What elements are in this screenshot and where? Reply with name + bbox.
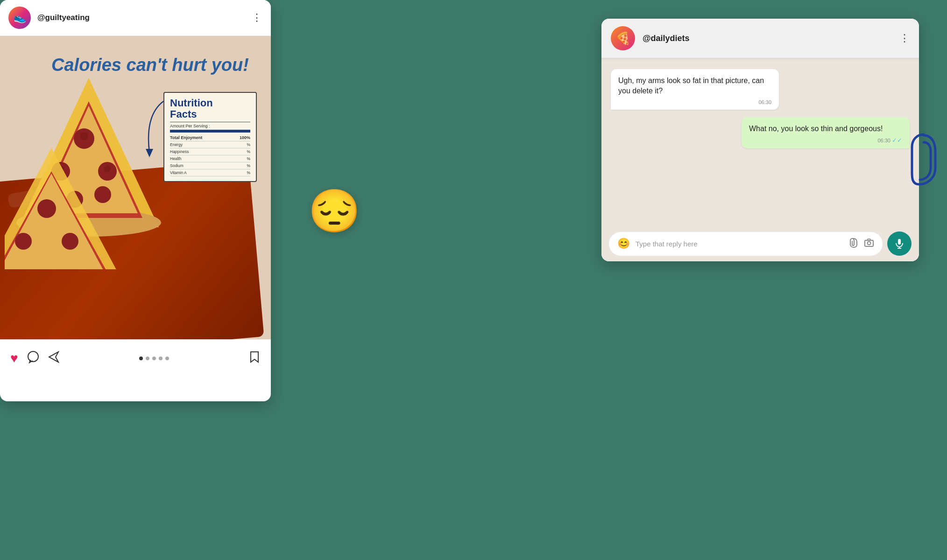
ig-dot-4 <box>159 357 163 360</box>
svg-marker-20 <box>146 149 153 157</box>
wa-input-area: 😊 Type that reply here <box>601 226 919 261</box>
paperclip-decoration <box>910 131 938 189</box>
sad-emoji-decoration: 😔 <box>308 187 360 236</box>
wa-attach-button[interactable] <box>848 238 858 250</box>
wa-input-box: 😊 Type that reply here <box>609 232 883 256</box>
wa-msg-time-2: 06:30 ✓✓ <box>749 137 902 144</box>
nutrition-row-energy: Energy% <box>170 141 250 148</box>
nutrition-title: NutritionFacts <box>170 98 250 120</box>
ig-dot-2 <box>146 357 149 360</box>
read-checkmarks: ✓✓ <box>892 137 902 144</box>
calories-text: Calories can't hurt you! <box>51 55 249 76</box>
ig-heart-button[interactable]: ♥ <box>10 351 18 366</box>
wa-msg-text-2: What no, you look so thin and gorgeous! <box>749 124 902 134</box>
wa-msg-text-1: Ugh, my arms look so fat in that picture… <box>618 76 771 97</box>
wa-message-input[interactable]: Type that reply here <box>636 240 842 248</box>
svg-point-19 <box>62 233 78 250</box>
svg-point-21 <box>28 351 38 362</box>
svg-rect-24 <box>898 239 901 245</box>
ig-footer: ♥ <box>0 339 271 377</box>
wa-username: @dailydiets <box>643 34 899 43</box>
instagram-panel: 👟 @guiltyeating ⋮ <box>0 0 271 401</box>
nutrition-row-happiness: Happiness% <box>170 148 250 155</box>
wa-header: 🍕 @dailydiets ⋮ <box>601 19 919 58</box>
wa-message-left: Ugh, my arms look so fat in that picture… <box>611 69 779 110</box>
wa-emoji-button[interactable]: 😊 <box>617 238 630 250</box>
ig-bookmark-button[interactable] <box>248 351 261 366</box>
wa-mic-button[interactable] <box>887 231 912 256</box>
ig-more-button[interactable]: ⋮ <box>252 12 262 24</box>
ig-dot-1 <box>139 357 143 360</box>
ig-dot-3 <box>152 357 156 360</box>
ig-image-area: Calories can't hurt you! NutritionFacts … <box>0 36 271 339</box>
wa-more-button[interactable]: ⋮ <box>899 32 910 44</box>
svg-point-10 <box>80 133 88 140</box>
wa-messages-area: Ugh, my arms look so fat in that picture… <box>601 58 919 226</box>
ig-share-button[interactable] <box>48 351 60 366</box>
wa-avatar: 🍕 <box>611 26 635 50</box>
ig-header: 👟 @guiltyeating ⋮ <box>0 0 271 36</box>
wa-camera-button[interactable] <box>864 238 874 250</box>
nutrition-row-vitamina: Vitamin A% <box>170 169 250 176</box>
ig-comment-button[interactable] <box>27 350 40 366</box>
nutrition-row-enjoyment: Total Enjoyment100% <box>170 134 250 141</box>
ig-avatar: 👟 <box>8 7 31 29</box>
nutrition-row-sodium: Sodium% <box>170 162 250 169</box>
svg-point-18 <box>15 233 32 250</box>
nutrition-row-health: Health% <box>170 155 250 162</box>
wa-msg-time-1: 06:30 <box>618 99 771 105</box>
nutrition-amount-per-serving: Amount Per Serving : <box>170 122 250 133</box>
svg-point-23 <box>868 241 871 245</box>
nutrition-label: NutritionFacts Amount Per Serving : Tota… <box>163 92 257 182</box>
svg-point-9 <box>94 186 111 203</box>
ig-dot-5 <box>165 357 169 360</box>
ig-username: @guiltyeating <box>37 13 252 22</box>
whatsapp-panel: 🍕 @dailydiets ⋮ Ugh, my arms look so fat… <box>601 19 919 261</box>
pizza-illustration <box>5 64 173 271</box>
svg-point-17 <box>37 199 56 218</box>
wa-message-right: What no, you look so thin and gorgeous! … <box>742 117 910 148</box>
annotation-arrow <box>135 97 163 153</box>
svg-point-12 <box>104 166 111 172</box>
ig-dots-indicator <box>139 357 169 360</box>
